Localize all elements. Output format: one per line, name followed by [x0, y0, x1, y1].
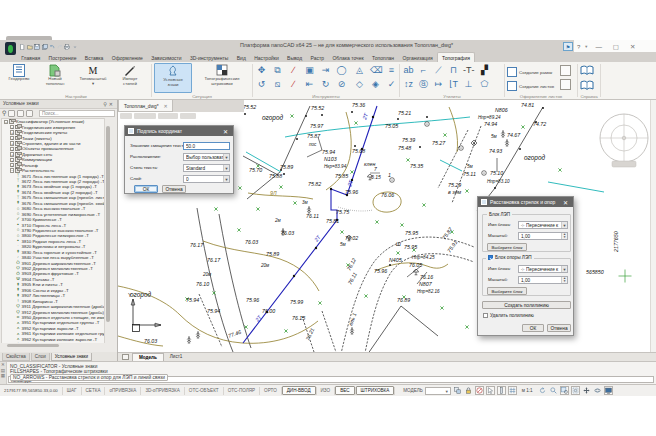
check-icon[interactable]: ✓ — [386, 79, 397, 90]
spinner-arrows-icon[interactable]: ▲▼ — [561, 233, 567, 239]
divide-icon[interactable]: ⟋ — [433, 65, 444, 76]
tree-expand-icon[interactable]: − — [10, 168, 14, 172]
refresh-icon-button[interactable] — [538, 386, 547, 395]
text-t-icon[interactable]: -Т- — [463, 65, 474, 76]
copy-icon[interactable]: ⧉ — [272, 65, 283, 76]
move-icon[interactable]: ✥ — [256, 65, 267, 76]
fullscreen-icon[interactable] — [605, 387, 612, 394]
tree-expand-icon[interactable]: + — [10, 147, 14, 151]
ribbon-button-geotree[interactable]: Геодерево — [2, 63, 36, 93]
span-icon[interactable]: ↦ — [433, 79, 444, 90]
sheet-bulb-icon[interactable] — [560, 65, 571, 76]
choose-block-button[interactable]: Выберите блок — [487, 243, 527, 251]
diamond-icon[interactable]: ◇ — [354, 79, 365, 90]
cursor-icon[interactable] — [487, 387, 494, 394]
create-polyline-button[interactable]: Создать полилинию — [482, 301, 571, 309]
z-order-icon[interactable]: ↕z — [403, 79, 414, 90]
block-name-combo[interactable]: ⊹Пересечение к▼ — [518, 221, 568, 229]
text-offset-input[interactable]: 50.0 — [183, 142, 230, 150]
status-toggle-отс-объект[interactable]: ОТС-ОБЪЕКТ — [185, 387, 223, 394]
block-name-combo[interactable]: ⊹Пересечение к▼ — [518, 265, 568, 273]
lock-icon[interactable] — [465, 387, 472, 394]
print-icon[interactable] — [64, 44, 70, 50]
combo-arrow-icon[interactable]: ▼ — [223, 165, 229, 171]
checkbox-icon[interactable] — [483, 313, 488, 318]
notifications-icon[interactable]: ⚑ — [563, 42, 573, 51]
status-toggle-шаг[interactable]: ШАГ — [63, 387, 81, 394]
layout-list-icon[interactable] — [122, 354, 129, 360]
broom-icon[interactable]: ⌫ — [370, 65, 381, 76]
ribbon-tab-растр[interactable]: Растр — [306, 53, 328, 62]
refresh-icon[interactable] — [539, 387, 546, 394]
web-icon[interactable]: ⬠ — [479, 79, 490, 90]
dialog-close-icon[interactable]: ✕ — [561, 199, 570, 206]
lt-icon[interactable]: ⌊Т — [448, 79, 459, 90]
minimize-button[interactable]: — — [592, 43, 605, 50]
panel-tab-условные-знаки[interactable]: Условные знаки — [51, 353, 92, 361]
pan-icon[interactable] — [583, 387, 590, 394]
status-toggle-дин-ввод[interactable]: ДИН-ВВОД — [282, 386, 316, 395]
close-button[interactable]: ✕ — [626, 43, 639, 51]
status-toggle-отс-поляр[interactable]: ОТС-ПОЛЯР — [224, 387, 259, 394]
abc-icon[interactable]: ab — [403, 65, 414, 76]
combo-arrow-icon[interactable]: ▼ — [223, 176, 229, 182]
zoom-object-icon-button[interactable] — [571, 386, 580, 395]
tee-icon[interactable]: ⊥ — [463, 79, 474, 90]
column-icon-button[interactable] — [497, 386, 506, 395]
ribbon-tab-зависимости[interactable]: Зависимости — [147, 53, 186, 62]
save-icon[interactable] — [34, 44, 40, 50]
dialog-title-bar[interactable]: Расстановка стрелок и опор✕ — [478, 197, 573, 207]
annotation-scale[interactable]: м 1:1 — [519, 388, 536, 393]
ribbon-button-topo-hatch[interactable]: Топографические штриховки — [196, 63, 248, 93]
help-book1-icon[interactable] — [580, 65, 594, 76]
save-all-icon[interactable] — [42, 44, 48, 50]
orbit-icon[interactable] — [594, 387, 601, 394]
tree-expand-icon[interactable]: − — [4, 120, 8, 124]
status-toggle-вес[interactable]: ВЕС — [335, 386, 354, 395]
zoom-icon-button[interactable] — [549, 386, 558, 395]
group-checkbox[interactable]: Блок опоры ЛЭП — [486, 255, 534, 260]
combo-arrow-icon[interactable]: ▼ — [561, 266, 567, 272]
layout-tab-модель[interactable]: Модель — [132, 353, 164, 361]
sheet-delete-icon[interactable] — [560, 79, 571, 90]
pipe-icon[interactable]: ⊓ — [448, 65, 459, 76]
section-icon-button[interactable] — [508, 386, 517, 395]
panel-tab-слои[interactable]: Слои — [31, 353, 50, 361]
copy-base-icon[interactable]: ⧅ — [272, 79, 283, 90]
status-toggle-сетка[interactable]: СЕТКА — [82, 387, 105, 394]
clean-icon[interactable]: ◬ — [354, 65, 365, 76]
rotate-icon[interactable]: ↺ — [256, 79, 267, 90]
ribbon-tab-построение[interactable]: Построение — [44, 53, 80, 62]
document-tab-close-icon[interactable]: ✕ — [164, 103, 168, 109]
column-icon[interactable] — [498, 387, 505, 394]
stretch-icon[interactable]: ⇥ — [320, 65, 331, 76]
zoom-object-icon[interactable] — [572, 387, 579, 394]
zoom-window-icon[interactable] — [561, 387, 568, 394]
maximize-button[interactable]: ▢ — [609, 43, 622, 51]
no-entry-icon[interactable] — [476, 387, 483, 394]
status-toggle-3d-опривязка[interactable]: 3D-оПРИВЯЗКА — [141, 387, 183, 394]
dialog-combo[interactable]: Выбор пользовател▼ — [183, 153, 230, 161]
choose-block-button[interactable]: Выберите блок — [487, 287, 527, 295]
undo-icon[interactable] — [49, 44, 55, 50]
fill-icon[interactable]: ◈ — [370, 79, 381, 90]
no-entry-icon-button[interactable] — [475, 386, 484, 395]
corner-icon[interactable]: ⌐ — [418, 65, 429, 76]
tree-expand-icon[interactable]: + — [10, 130, 14, 134]
stairs-icon[interactable]: ▞ — [479, 65, 490, 76]
erase-slash-icon[interactable]: ∕ — [288, 65, 299, 76]
document-tab[interactable]: Топоплан_dwg*✕ — [118, 100, 173, 112]
tree-pin-icon[interactable]: ⚲ — [2, 110, 6, 117]
ribbon-tab-облака точек[interactable]: Облака точек — [328, 53, 368, 62]
circle-a-icon[interactable]: ⓐ — [418, 79, 429, 90]
tree-view-icon-3[interactable] — [26, 110, 33, 117]
canvas-scrollbar[interactable] — [650, 100, 656, 352]
ribbon-button-toposcale[interactable]: MТопомасштаб ▾ — [74, 63, 112, 93]
tree-search-input[interactable]: Поиск... — [39, 110, 115, 117]
lock-icon-button[interactable] — [464, 386, 473, 395]
new-file-icon[interactable] — [19, 44, 25, 50]
pan-icon-button[interactable] — [582, 386, 591, 395]
ring-icon[interactable]: ◯ — [336, 65, 347, 76]
cancel-button[interactable]: Отмена — [547, 324, 571, 332]
status-toggle-изо[interactable]: ИЗО — [317, 387, 335, 394]
